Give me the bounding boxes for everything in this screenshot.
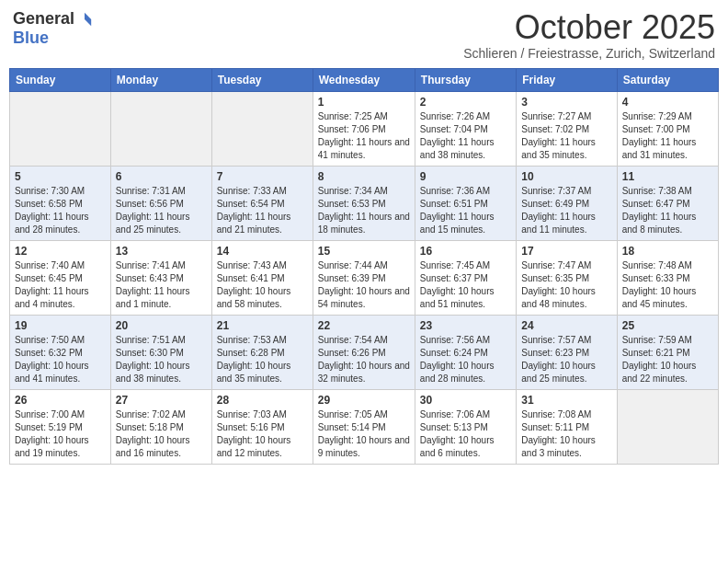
cell-info: Sunrise: 7:40 AM Sunset: 6:45 PM Dayligh… <box>15 259 106 311</box>
day-number: 7 <box>217 170 308 183</box>
cell-info: Sunrise: 7:54 AM Sunset: 6:26 PM Dayligh… <box>318 334 410 385</box>
calendar-cell: 8Sunrise: 7:34 AM Sunset: 6:53 PM Daylig… <box>313 166 415 240</box>
svg-marker-0 <box>85 12 91 18</box>
calendar-cell: 12Sunrise: 7:40 AM Sunset: 6:45 PM Dayli… <box>10 240 111 315</box>
cell-info: Sunrise: 7:37 AM Sunset: 6:49 PM Dayligh… <box>521 185 611 236</box>
calendar-cell: 15Sunrise: 7:44 AM Sunset: 6:39 PM Dayli… <box>313 240 415 315</box>
calendar-cell: 18Sunrise: 7:48 AM Sunset: 6:33 PM Dayli… <box>617 240 718 315</box>
svg-marker-1 <box>85 19 91 26</box>
cell-info: Sunrise: 7:41 AM Sunset: 6:43 PM Dayligh… <box>116 259 207 311</box>
cell-info: Sunrise: 7:50 AM Sunset: 6:32 PM Dayligh… <box>15 334 106 385</box>
cell-info: Sunrise: 7:08 AM Sunset: 5:11 PM Dayligh… <box>521 408 611 460</box>
calendar-cell: 29Sunrise: 7:05 AM Sunset: 5:14 PM Dayli… <box>313 389 415 464</box>
day-number: 31 <box>521 394 611 407</box>
calendar-cell: 20Sunrise: 7:51 AM Sunset: 6:30 PM Dayli… <box>110 315 211 389</box>
month-title: October 2025 <box>463 9 715 46</box>
day-number: 10 <box>521 170 611 183</box>
day-number: 19 <box>15 319 106 332</box>
day-number: 2 <box>420 96 511 109</box>
calendar-cell: 13Sunrise: 7:41 AM Sunset: 6:43 PM Dayli… <box>110 240 211 315</box>
calendar-cell: 5Sunrise: 7:30 AM Sunset: 6:58 PM Daylig… <box>10 166 111 240</box>
cell-info: Sunrise: 7:33 AM Sunset: 6:54 PM Dayligh… <box>217 185 308 236</box>
calendar-cell: 22Sunrise: 7:54 AM Sunset: 6:26 PM Dayli… <box>313 315 415 389</box>
header-friday: Friday <box>517 68 617 91</box>
day-number: 15 <box>318 245 410 258</box>
day-number: 5 <box>15 170 106 183</box>
cell-info: Sunrise: 7:34 AM Sunset: 6:53 PM Dayligh… <box>318 185 410 236</box>
calendar-cell: 17Sunrise: 7:47 AM Sunset: 6:35 PM Dayli… <box>517 240 617 315</box>
day-number: 11 <box>622 170 713 183</box>
day-number: 6 <box>116 170 207 183</box>
calendar-cell: 14Sunrise: 7:43 AM Sunset: 6:41 PM Dayli… <box>211 240 313 315</box>
day-number: 13 <box>116 245 207 258</box>
cell-info: Sunrise: 7:36 AM Sunset: 6:51 PM Dayligh… <box>420 185 511 236</box>
calendar-cell <box>211 91 313 166</box>
cell-info: Sunrise: 7:00 AM Sunset: 5:19 PM Dayligh… <box>15 408 106 460</box>
calendar-cell: 28Sunrise: 7:03 AM Sunset: 5:16 PM Dayli… <box>211 389 313 464</box>
day-number: 8 <box>318 170 410 183</box>
header-saturday: Saturday <box>617 68 718 91</box>
logo-blue: Blue <box>13 29 49 47</box>
calendar-cell <box>10 91 111 166</box>
cell-info: Sunrise: 7:57 AM Sunset: 6:23 PM Dayligh… <box>521 334 611 385</box>
cell-info: Sunrise: 7:29 AM Sunset: 7:00 PM Dayligh… <box>622 110 713 162</box>
calendar-cell: 6Sunrise: 7:31 AM Sunset: 6:56 PM Daylig… <box>110 166 211 240</box>
calendar-cell: 7Sunrise: 7:33 AM Sunset: 6:54 PM Daylig… <box>211 166 313 240</box>
calendar-cell: 30Sunrise: 7:06 AM Sunset: 5:13 PM Dayli… <box>415 389 516 464</box>
day-number: 22 <box>318 319 410 332</box>
header-row: Sunday Monday Tuesday Wednesday Thursday… <box>10 68 719 91</box>
calendar-week-1: 1Sunrise: 7:25 AM Sunset: 7:06 PM Daylig… <box>10 91 719 166</box>
calendar-cell: 25Sunrise: 7:59 AM Sunset: 6:21 PM Dayli… <box>617 315 718 389</box>
day-number: 14 <box>217 245 308 258</box>
header-monday: Monday <box>110 68 211 91</box>
day-number: 3 <box>521 96 611 109</box>
cell-info: Sunrise: 7:31 AM Sunset: 6:56 PM Dayligh… <box>116 185 207 236</box>
calendar-cell: 19Sunrise: 7:50 AM Sunset: 6:32 PM Dayli… <box>10 315 111 389</box>
calendar-week-3: 12Sunrise: 7:40 AM Sunset: 6:45 PM Dayli… <box>10 240 719 315</box>
day-number: 26 <box>15 394 106 407</box>
day-number: 21 <box>217 319 308 332</box>
calendar-cell: 23Sunrise: 7:56 AM Sunset: 6:24 PM Dayli… <box>415 315 516 389</box>
day-number: 24 <box>521 319 611 332</box>
cell-info: Sunrise: 7:48 AM Sunset: 6:33 PM Dayligh… <box>622 259 713 311</box>
calendar-cell: 31Sunrise: 7:08 AM Sunset: 5:11 PM Dayli… <box>517 389 617 464</box>
day-number: 17 <box>521 245 611 258</box>
cell-info: Sunrise: 7:56 AM Sunset: 6:24 PM Dayligh… <box>420 334 511 385</box>
day-number: 20 <box>116 319 207 332</box>
calendar-cell: 26Sunrise: 7:00 AM Sunset: 5:19 PM Dayli… <box>10 389 111 464</box>
day-number: 9 <box>420 170 511 183</box>
cell-info: Sunrise: 7:30 AM Sunset: 6:58 PM Dayligh… <box>15 185 106 236</box>
day-number: 12 <box>15 245 106 258</box>
logo-icon <box>76 11 93 28</box>
calendar-cell: 1Sunrise: 7:25 AM Sunset: 7:06 PM Daylig… <box>313 91 415 166</box>
calendar-week-5: 26Sunrise: 7:00 AM Sunset: 5:19 PM Dayli… <box>10 389 719 464</box>
calendar-cell: 3Sunrise: 7:27 AM Sunset: 7:02 PM Daylig… <box>517 91 617 166</box>
cell-info: Sunrise: 7:02 AM Sunset: 5:18 PM Dayligh… <box>116 408 207 460</box>
day-number: 25 <box>622 319 713 332</box>
header-thursday: Thursday <box>415 68 516 91</box>
calendar-cell: 27Sunrise: 7:02 AM Sunset: 5:18 PM Dayli… <box>110 389 211 464</box>
calendar-cell: 9Sunrise: 7:36 AM Sunset: 6:51 PM Daylig… <box>415 166 516 240</box>
cell-info: Sunrise: 7:47 AM Sunset: 6:35 PM Dayligh… <box>521 259 611 311</box>
cell-info: Sunrise: 7:45 AM Sunset: 6:37 PM Dayligh… <box>420 259 511 311</box>
cell-info: Sunrise: 7:51 AM Sunset: 6:30 PM Dayligh… <box>116 334 207 385</box>
cell-info: Sunrise: 7:38 AM Sunset: 6:47 PM Dayligh… <box>622 185 713 236</box>
calendar-cell <box>617 389 718 464</box>
cell-info: Sunrise: 7:59 AM Sunset: 6:21 PM Dayligh… <box>622 334 713 385</box>
cell-info: Sunrise: 7:27 AM Sunset: 7:02 PM Dayligh… <box>521 110 611 162</box>
calendar-cell: 16Sunrise: 7:45 AM Sunset: 6:37 PM Dayli… <box>415 240 516 315</box>
cell-info: Sunrise: 7:25 AM Sunset: 7:06 PM Dayligh… <box>318 110 410 162</box>
cell-info: Sunrise: 7:06 AM Sunset: 5:13 PM Dayligh… <box>420 408 511 460</box>
calendar-cell <box>110 91 211 166</box>
page-header: General Blue October 2025 Schlieren / Fr… <box>9 9 719 61</box>
header-wednesday: Wednesday <box>313 68 415 91</box>
calendar-week-2: 5Sunrise: 7:30 AM Sunset: 6:58 PM Daylig… <box>10 166 719 240</box>
cell-info: Sunrise: 7:26 AM Sunset: 7:04 PM Dayligh… <box>420 110 511 162</box>
day-number: 29 <box>318 394 410 407</box>
calendar-cell: 2Sunrise: 7:26 AM Sunset: 7:04 PM Daylig… <box>415 91 516 166</box>
day-number: 18 <box>622 245 713 258</box>
day-number: 28 <box>217 394 308 407</box>
cell-info: Sunrise: 7:03 AM Sunset: 5:16 PM Dayligh… <box>217 408 308 460</box>
day-number: 16 <box>420 245 511 258</box>
day-number: 1 <box>318 96 410 109</box>
